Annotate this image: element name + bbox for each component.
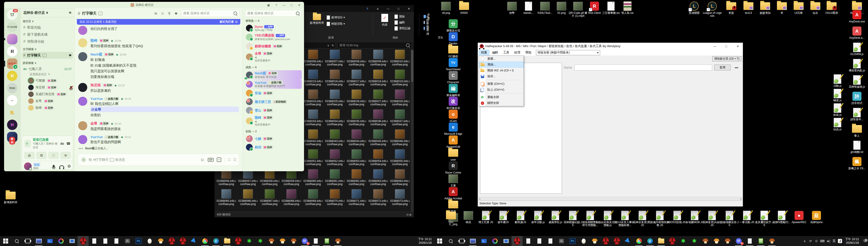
desktop-icon[interactable]: 0123456.js <box>847 43 867 56</box>
refresh-icon[interactable]: ↻ <box>332 44 334 47</box>
file-item[interactable]: 02388045.info.iconRaw.png <box>367 129 389 146</box>
desktop-icon[interactable]: 傳送室內點.js <box>847 59 867 72</box>
desktop-icon[interactable]: 過年活動.js <box>528 211 548 224</box>
file-item[interactable]: 02388008.info.iconRaw.png <box>346 50 367 66</box>
taskbar-button-goomba[interactable] <box>288 236 299 246</box>
address-dropdown-icon[interactable]: ∨ <box>327 44 330 47</box>
desktop-icon[interactable]: 全UI及登入事前獎勵統整... <box>615 211 635 227</box>
maximize-button[interactable]: □ <box>394 5 403 12</box>
desktop-icon[interactable]: 花神谷進度(舊).JS <box>633 211 652 227</box>
soundboard-button[interactable]: ≋ <box>60 152 71 159</box>
category-shop[interactable]: 柑仔店 ∨ <box>21 17 74 24</box>
taskbar-button-sharingan[interactable] <box>177 236 188 246</box>
desktop-icon[interactable]: 分瀏覽器分流 <box>443 19 463 32</box>
member-list-icon[interactable]: ☻ <box>173 11 179 16</box>
taskbar-button-doc[interactable] <box>523 236 534 246</box>
file-item[interactable]: 02388056.info.iconRaw.png <box>215 169 237 186</box>
desktop-icon[interactable]: RRazer Cortex <box>443 161 463 174</box>
taskbar-button-remotepc[interactable] <box>33 236 44 246</box>
category-text[interactable]: 文字頻道 ∨ <box>21 45 74 52</box>
file-menu-item[interactable]: 貼上 (Ctrl+V) <box>479 87 524 93</box>
file-item[interactable]: 02388018.info.iconRaw.png <box>367 70 389 86</box>
voice-user-row[interactable]: 可樂娜花神 <box>21 77 74 84</box>
desktop-icon[interactable]: 組隊N獎勵代... <box>772 211 792 224</box>
server-icon[interactable]: 新的 <box>7 132 18 142</box>
desktop-icon[interactable]: AApowerEdit <box>443 135 463 148</box>
member-search-input[interactable]: 搜索 花神谷-柑仔店 <box>245 10 302 17</box>
activities-icon[interactable]: ∷ <box>228 157 230 162</box>
message-input[interactable]: ＋给 #打字聊天…发消息☺GIF☺∷⌺ <box>78 154 239 166</box>
file-item[interactable]: 02388066.info.iconRaw.png <box>237 189 259 206</box>
desktop-icon[interactable]: 000 <box>441 211 461 224</box>
member-row[interactable]: 金尊花神◂) 在语音频道中 <box>245 51 302 63</box>
desktop-icon[interactable]: 轉蛋.js <box>828 89 847 102</box>
file-item[interactable]: 02388059.info.iconRaw.png <box>281 169 302 186</box>
desktop-icon[interactable]: 主畫 <box>443 174 463 187</box>
file-item[interactable]: 02388025.info.iconRaw.png <box>324 89 346 106</box>
channel-item[interactable]: #留下遊戲名稱 <box>22 31 73 38</box>
desktop-icon[interactable]: 物品兌換及活動獎勵.js <box>598 211 617 227</box>
voice-status-hint[interactable]: 设置频道状态✎ <box>21 73 74 77</box>
desktop-icon[interactable]: L↗League of Legends <box>703 1 722 18</box>
tray-ime-indicator[interactable]: 英 <box>831 239 837 243</box>
help-icon[interactable]: ? <box>273 3 280 7</box>
file-item[interactable]: 02388046.info.iconRaw.png <box>389 129 410 146</box>
screenshare-button[interactable]: ⧉ <box>36 152 47 159</box>
desktop-icon[interactable]: 斷聖露JS <box>511 211 530 224</box>
member-row[interactable]: YEE式機器龍✓ APP原來你也玩原神 | yeecord.com <box>245 32 302 42</box>
properties-button[interactable]: ✓內容 <box>377 14 392 31</box>
voice-user-row[interactable]: 金尊花神 <box>21 98 74 104</box>
file-item[interactable]: 02388051.info.iconRaw.png <box>302 149 324 166</box>
explorer-scrollbar-thumb[interactable] <box>411 50 413 82</box>
taskbar-button-mushroom[interactable] <box>589 236 600 246</box>
taskbar-button-leaf[interactable]: ✱ <box>244 236 255 246</box>
tray-clock[interactable]: 下午 10:112026/1/16 <box>843 237 861 245</box>
server-icon[interactable]: H <box>7 46 18 57</box>
taskbar-button-greennote[interactable] <box>755 236 766 246</box>
menu-1[interactable]: 編輯 <box>490 50 500 55</box>
taskbar-button-doc[interactable] <box>310 236 321 246</box>
file-item[interactable]: 02388033.info.iconRaw.png <box>302 109 324 126</box>
taskbar-button-explorer[interactable] <box>655 236 666 246</box>
tray-microphone-icon[interactable]: ⊙ <box>813 239 819 243</box>
file-item[interactable]: 02388028.info.iconRaw.png <box>389 89 410 106</box>
desktop-icon[interactable]: 週年慶JS <box>493 211 513 224</box>
taskbar-button-paw[interactable]: ⁂ <box>122 236 133 246</box>
file-item[interactable]: 02388067.info.iconRaw.png <box>259 189 281 206</box>
minimize-button[interactable]: — <box>383 5 393 12</box>
server-icon[interactable]: •ᴥ• <box>7 95 18 106</box>
file-item[interactable]: 02388052.info.iconRaw.png <box>324 149 346 166</box>
file-item[interactable]: 02388071.info.iconRaw.png <box>346 189 367 206</box>
file-item[interactable]: 02388035.info.iconRaw.png <box>346 109 367 126</box>
explorer-search-input[interactable]: 搜尋 0238.img <box>338 42 412 49</box>
taskbar-button-powershell[interactable]: >_ <box>478 236 489 246</box>
taskbar-button-doc[interactable] <box>111 236 122 246</box>
member-row[interactable]: Dyno✓ APPdyno.gg | ?help <box>245 24 302 32</box>
file-menu-item[interactable]: 保存... <box>479 73 524 79</box>
desktop-icon[interactable]: 威風學院.js <box>546 211 565 224</box>
scroll-left-arrow-icon[interactable]: ◄ <box>478 198 480 200</box>
emoji-icon[interactable]: ☺ <box>200 157 204 162</box>
taskbar-button-discord[interactable]: ᗢ9+ <box>733 236 744 246</box>
server-header[interactable]: 花神谷-柑仔店 ∨᪤ <box>21 8 74 17</box>
desktop-icon[interactable]: 楓新楓之谷 Cli... <box>847 157 867 170</box>
name-input[interactable] <box>575 64 712 71</box>
desktop-icon[interactable]: 一拳活動.JS <box>737 211 756 224</box>
member-row[interactable]: YueYue⚡波風小雞组電腦 有電腦問題 找水門 <box>245 80 302 89</box>
taskbar-button-goomba[interactable] <box>332 236 343 246</box>
file-item[interactable]: 02388070.info.iconRaw.png <box>324 189 346 206</box>
taskbar-button-powershell[interactable]: >_ <box>44 236 55 246</box>
desktop-icon[interactable]: 桃花 <box>459 211 478 224</box>
voice-channel-item[interactable]: ılıı七嘴八舌22:27 <box>22 66 73 72</box>
file-item[interactable]: 02388017.info.iconRaw.png <box>346 70 367 86</box>
server-icon[interactable]: H <box>7 71 18 81</box>
desktop-icon[interactable]: 菇花神Spine <box>807 211 826 224</box>
taskbar-button-mushroom[interactable] <box>277 236 288 246</box>
desktop-icon[interactable]: ●ApowerREC <box>789 211 809 224</box>
minimize-button[interactable]: — <box>710 43 720 50</box>
taskbar-button-sharingan[interactable] <box>166 236 177 246</box>
minimize-button[interactable]: — <box>281 3 287 7</box>
taskbar-button-doc[interactable] <box>545 236 556 246</box>
taskbar-button-taskview[interactable] <box>22 236 33 246</box>
new-folder-button[interactable]: 新增資料夾 <box>309 14 324 27</box>
